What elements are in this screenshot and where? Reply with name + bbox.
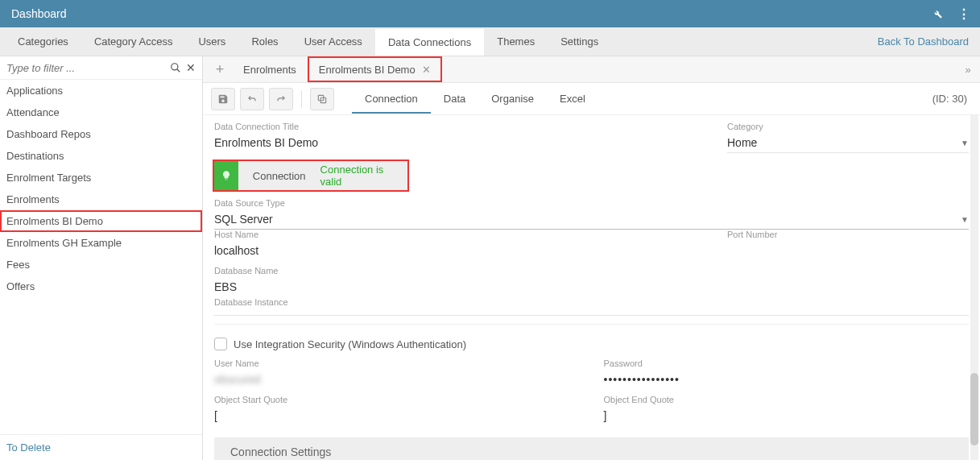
main-nav: Categories Category Access Users Roles U… — [0, 27, 980, 56]
toolbar-separator — [301, 90, 302, 108]
expand-tabs-icon[interactable]: » — [956, 56, 980, 82]
svg-point-0 — [172, 64, 178, 70]
nav-users[interactable]: Users — [185, 27, 238, 56]
close-tab-icon[interactable]: ✕ — [422, 64, 431, 76]
port-label: Port Number — [727, 230, 969, 239]
sidebar-list: Applications Attendance Dashboard Repos … — [0, 80, 202, 434]
divider — [214, 324, 969, 325]
connection-status-bar: Connection Connection is valid — [214, 161, 407, 190]
user-label: User Name — [214, 358, 580, 368]
dst-label: Data Source Type — [214, 198, 969, 208]
undo-button[interactable] — [240, 88, 264, 110]
dbinst-input[interactable] — [214, 309, 969, 316]
nav-category-access[interactable]: Category Access — [81, 27, 186, 56]
app-header: Dashboard ⋮ — [0, 0, 980, 27]
tab-enrolments[interactable]: Enrolments — [232, 56, 308, 82]
dbinst-label: Database Instance — [214, 297, 969, 307]
wrench-icon[interactable] — [932, 8, 943, 19]
sidebar-item[interactable]: Fees — [0, 254, 202, 276]
sidebar-item-selected[interactable]: Enrolments BI Demo — [0, 210, 202, 232]
scrollbar[interactable] — [970, 115, 978, 460]
sidebar-item[interactable]: Enrolment Targets — [0, 167, 202, 189]
sidebar-item[interactable]: Attendance — [0, 102, 202, 123]
dst-value: SQL Server — [214, 213, 273, 226]
port-input[interactable] — [727, 241, 969, 248]
back-to-dashboard[interactable]: Back To Dashboard — [878, 27, 980, 56]
host-input[interactable]: localhost — [214, 241, 703, 261]
sidebar-item[interactable]: Applications — [0, 80, 202, 102]
nav-themes[interactable]: Themes — [484, 27, 548, 56]
host-label: Host Name — [214, 230, 703, 239]
oeq-label: Object End Quote — [604, 395, 970, 404]
connection-header: Connection — [238, 170, 320, 182]
title-input[interactable]: Enrolments BI Demo — [214, 133, 703, 153]
tab-label: Enrolments — [243, 64, 296, 76]
pass-label: Password — [604, 358, 970, 368]
lightbulb-icon — [214, 161, 238, 190]
dst-select[interactable]: SQL Server ▼ — [214, 209, 969, 230]
sidebar-item[interactable]: Destinations — [0, 145, 202, 167]
oeq-input[interactable]: ] — [604, 406, 970, 426]
main-panel: + Enrolments Enrolments BI Demo ✕ » — [203, 56, 980, 460]
subtab-connection[interactable]: Connection — [352, 85, 431, 114]
integration-label: Use Integration Security (Windows Authen… — [234, 338, 466, 350]
header-title: Dashboard — [11, 7, 67, 20]
nav-roles[interactable]: Roles — [238, 27, 291, 56]
toolbar: Connection Data Organise Excel (ID: 30) — [203, 83, 980, 115]
chevron-down-icon: ▼ — [961, 215, 969, 224]
save-button[interactable] — [211, 88, 235, 110]
tab-label: Enrolments BI Demo — [319, 64, 416, 76]
section-connection-settings: Connection Settings — [214, 437, 969, 460]
title-label: Data Connection Title — [214, 122, 703, 131]
nav-user-access[interactable]: User Access — [292, 27, 375, 56]
copy-button[interactable] — [310, 88, 334, 110]
nav-categories[interactable]: Categories — [5, 27, 81, 56]
chevron-down-icon: ▼ — [961, 139, 969, 147]
user-input[interactable]: obscured — [214, 370, 580, 390]
osq-input[interactable]: [ — [214, 406, 580, 426]
tabs-row: + Enrolments Enrolments BI Demo ✕ » — [203, 56, 980, 83]
category-select[interactable]: Home ▼ — [727, 133, 969, 153]
sidebar-item[interactable]: Dashboard Repos — [0, 123, 202, 145]
integration-security-row: Use Integration Security (Windows Authen… — [214, 333, 969, 352]
category-value: Home — [727, 136, 757, 149]
integration-checkbox[interactable] — [214, 338, 227, 350]
sidebar: ✕ Applications Attendance Dashboard Repo… — [0, 56, 203, 460]
category-label: Category — [727, 122, 969, 131]
nav-settings[interactable]: Settings — [548, 27, 611, 56]
scroll-thumb[interactable] — [970, 373, 978, 445]
subtab-data[interactable]: Data — [431, 85, 478, 114]
nav-data-connections[interactable]: Data Connections — [375, 27, 484, 56]
osq-label: Object Start Quote — [214, 395, 580, 404]
clear-filter-icon[interactable]: ✕ — [186, 61, 196, 74]
svg-line-1 — [177, 69, 180, 73]
search-icon[interactable] — [170, 62, 181, 73]
subtab-organise[interactable]: Organise — [478, 85, 547, 114]
redo-button[interactable] — [269, 88, 293, 110]
filter-input[interactable] — [6, 62, 165, 74]
filter-row: ✕ — [0, 56, 202, 80]
subtabs: Connection Data Organise Excel — [352, 85, 598, 114]
db-label: Database Name — [214, 266, 969, 276]
record-id: (ID: 30) — [932, 93, 972, 105]
menu-icon[interactable]: ⋮ — [957, 6, 969, 22]
subtab-excel[interactable]: Excel — [547, 85, 598, 114]
add-tab-icon[interactable]: + — [208, 56, 232, 82]
pass-input[interactable]: •••••••••••••••• — [604, 370, 970, 390]
to-delete[interactable]: To Delete — [0, 434, 202, 460]
sidebar-item[interactable]: Enrolments GH Example — [0, 232, 202, 254]
connection-status: Connection is valid — [320, 164, 407, 188]
tab-enrolments-bi-demo[interactable]: Enrolments BI Demo ✕ — [308, 56, 442, 82]
sidebar-item[interactable]: Enrolments — [0, 189, 202, 210]
db-input[interactable]: EBS — [214, 277, 969, 297]
sidebar-item[interactable]: Offers — [0, 276, 202, 297]
header-icons: ⋮ — [932, 6, 969, 22]
form-content: Data Connection Title Enrolments BI Demo… — [203, 115, 980, 460]
